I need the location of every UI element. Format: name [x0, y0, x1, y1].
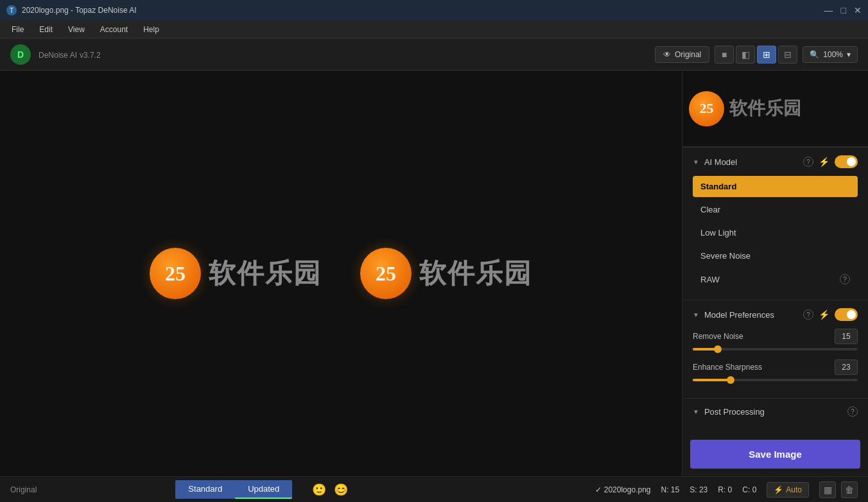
ai-model-header: ▼ AI Model ? ⚡	[693, 155, 858, 168]
ai-model-lightning: ⚡	[819, 157, 829, 167]
file-name: ✓ 2020logo.png	[595, 485, 650, 494]
enhance-sharpness-fill	[693, 379, 731, 381]
menu-file[interactable]: File	[5, 22, 30, 37]
close-button[interactable]: ✕	[854, 5, 862, 15]
main-layout: 25 软件乐园 25 软件乐园 25 软件乐园	[0, 71, 868, 476]
ai-model-chevron[interactable]: ▼	[693, 159, 699, 166]
enhance-sharpness-slider-row: Enhance Sharpness 23	[693, 359, 858, 381]
model-pref-lightning: ⚡	[819, 309, 829, 320]
model-option-raw[interactable]: RAW ?	[693, 268, 858, 290]
model-pref-title: Model Preferences	[704, 310, 798, 320]
preview-circle: 25	[689, 91, 724, 126]
original-image: 25 软件乐园	[150, 248, 322, 299]
remove-noise-label: Remove Noise	[693, 332, 743, 341]
menu-view[interactable]: View	[62, 22, 91, 37]
model-pref-help[interactable]: ?	[803, 309, 813, 320]
original-label: Original	[10, 485, 37, 494]
compare-bar: Standard Updated	[175, 480, 292, 499]
canvas-area[interactable]: 25 软件乐园 25 软件乐园	[0, 71, 682, 476]
feedback-buttons: 🙂 😊	[310, 481, 350, 499]
model-pref-chevron[interactable]: ▼	[693, 311, 699, 318]
auto-button[interactable]: ⚡ Auto	[767, 482, 809, 498]
model-option-clear[interactable]: Clear	[693, 199, 858, 220]
panel-preview: 25 软件乐园	[682, 71, 868, 146]
preview-logo: 25 软件乐园	[689, 91, 801, 126]
auto-lightning-icon: ⚡	[774, 485, 783, 494]
noise-value: 15	[671, 485, 679, 494]
zoom-chevron-icon: ▾	[847, 50, 851, 59]
sharpness-stat: S: 23	[690, 485, 707, 494]
grid-view-button[interactable]: ▦	[819, 481, 836, 498]
menu-edit[interactable]: Edit	[33, 22, 59, 37]
r-stat: R: 0	[718, 485, 732, 494]
view-compare-button[interactable]: ⊟	[778, 46, 797, 64]
model-option-severe-noise[interactable]: Severe Noise	[693, 245, 858, 266]
model-option-low-light[interactable]: Low Light	[693, 222, 858, 243]
save-image-button[interactable]: Save Image	[690, 440, 860, 469]
canvas-images: 25 软件乐园 25 软件乐园	[150, 248, 532, 299]
post-proc-chevron[interactable]: ▼	[693, 408, 699, 415]
compare-standard-button[interactable]: Standard	[175, 480, 235, 499]
model-pref-toggle[interactable]	[835, 308, 858, 321]
original-button[interactable]: 👁 Original	[655, 46, 709, 63]
model-option-standard[interactable]: Standard	[693, 176, 858, 197]
zoom-icon: 🔍	[810, 50, 819, 59]
enhance-sharpness-thumb[interactable]	[727, 376, 734, 384]
r-value: 0	[728, 485, 733, 494]
menu-bar: File Edit View Account Help	[0, 21, 868, 39]
sharpness-value: 23	[699, 485, 707, 494]
view-sidebyside-button[interactable]: ⊞	[757, 46, 776, 64]
maximize-button[interactable]: □	[841, 5, 846, 15]
ai-model-section: ▼ AI Model ? ⚡ Standard Clear Low Light …	[682, 148, 868, 300]
view-single-button[interactable]: ■	[715, 46, 734, 64]
remove-noise-track[interactable]	[693, 348, 858, 351]
panel-bottom: Save Image	[682, 432, 868, 476]
post-processing-section: ▼ Post Processing ?	[682, 399, 868, 432]
window-controls[interactable]: — □ ✕	[824, 5, 862, 15]
right-panel: 25 软件乐园 ▼ AI Model ? ⚡ Standard Clear Lo	[682, 71, 868, 476]
neutral-feedback-button[interactable]: 🙂	[310, 481, 328, 499]
bottom-actions: ⚡ Auto	[767, 482, 809, 498]
ai-model-toggle[interactable]	[835, 155, 858, 168]
model-preferences-header: ▼ Model Preferences ? ⚡	[693, 308, 858, 321]
enhance-sharpness-label: Enhance Sharpness	[693, 363, 762, 372]
c-stat: C: 0	[742, 485, 756, 494]
bottom-stats: ✓ 2020logo.png N: 15 S: 23 R: 0 C: 0	[595, 485, 756, 494]
compare-updated-button[interactable]: Updated	[235, 480, 292, 499]
ai-model-title: AI Model	[704, 157, 798, 167]
file-icon: ✓	[595, 485, 602, 494]
post-proc-title: Post Processing	[704, 407, 842, 417]
view-mode-buttons: ■ ◧ ⊞ ⊟	[715, 46, 797, 64]
ai-model-help[interactable]: ?	[803, 157, 813, 167]
minimize-button[interactable]: —	[824, 5, 833, 15]
processed-image: 25 软件乐园	[360, 248, 532, 299]
zoom-control[interactable]: 🔍 100% ▾	[803, 46, 858, 63]
title-bar: T 2020logo.png - Topaz DeNoise AI — □ ✕	[0, 0, 868, 21]
window-title: 2020logo.png - Topaz DeNoise AI	[22, 6, 819, 15]
remove-noise-thumb[interactable]	[714, 345, 722, 353]
remove-noise-value[interactable]: 15	[835, 329, 858, 344]
menu-help[interactable]: Help	[137, 22, 166, 37]
bottom-bar: Original Standard Updated 🙂 😊 ✓ 2020logo…	[0, 476, 868, 502]
trash-button[interactable]: 🗑	[841, 481, 858, 498]
remove-noise-slider-row: Remove Noise 15	[693, 329, 858, 351]
noise-stat: N: 15	[661, 485, 680, 494]
post-proc-help[interactable]: ?	[847, 406, 858, 417]
toolbar: D DeNoise AI v3.7.2 👁 Original ■ ◧ ⊞ ⊟ 🔍…	[0, 39, 868, 71]
view-split-button[interactable]: ◧	[736, 46, 755, 64]
app-logo: D	[10, 44, 31, 65]
eye-icon: 👁	[663, 50, 671, 59]
post-processing-header: ▼ Post Processing ?	[693, 406, 858, 417]
c-value: 0	[752, 485, 757, 494]
app-icon: T	[6, 5, 17, 15]
logo-circle-original: 25	[150, 248, 201, 299]
app-title: DeNoise AI v3.7.2	[39, 49, 101, 60]
happy-feedback-button[interactable]: 😊	[332, 481, 350, 499]
model-preferences-section: ▼ Model Preferences ? ⚡ Remove Noise 15	[682, 300, 868, 399]
logo-circle-processed: 25	[360, 248, 412, 299]
toolbar-center: 👁 Original ■ ◧ ⊞ ⊟ 🔍 100% ▾	[655, 46, 858, 64]
enhance-sharpness-value[interactable]: 23	[835, 359, 858, 375]
enhance-sharpness-track[interactable]	[693, 379, 858, 381]
raw-help-icon[interactable]: ?	[840, 274, 850, 284]
menu-account[interactable]: Account	[94, 22, 134, 37]
